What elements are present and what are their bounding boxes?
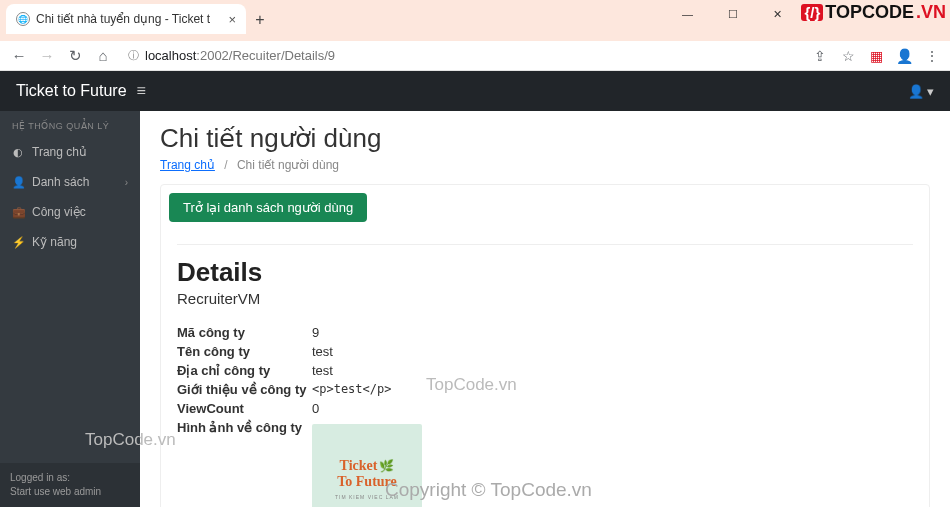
page-title: Chi tiết người dùng xyxy=(160,123,930,154)
detail-value: <p>test</p> xyxy=(312,382,391,397)
info-icon: ⓘ xyxy=(128,48,139,63)
caret-down-icon: ▾ xyxy=(927,84,934,99)
sidebar: HỆ THỐNG QUẢN LÝ ◐ Trang chủ 👤 Danh sách… xyxy=(0,111,140,507)
user-menu[interactable]: 👤 ▾ xyxy=(908,84,934,99)
user-icon: 👤 xyxy=(12,176,24,189)
chevron-right-icon: › xyxy=(125,177,128,188)
tab-close-icon[interactable]: × xyxy=(228,12,236,27)
home-icon[interactable]: ⌂ xyxy=(92,45,114,67)
detail-row: ViewCount 0 xyxy=(177,399,913,418)
sidebar-item-label: Kỹ năng xyxy=(32,235,77,249)
company-image: Ticket🌿 To Future TIM KIEM VIEC LAM xyxy=(312,424,422,507)
bolt-icon: ⚡ xyxy=(12,236,24,249)
hamburger-icon[interactable]: ≡ xyxy=(137,82,146,100)
sidebar-footer: Logged in as: Start use web admin xyxy=(0,463,140,507)
menu-icon[interactable]: ⋮ xyxy=(922,46,942,66)
new-tab-button[interactable]: + xyxy=(246,6,274,34)
sidebar-item-label: Trang chủ xyxy=(32,145,87,159)
main-content: Chi tiết người dùng Trang chủ / Chi tiết… xyxy=(140,111,950,507)
globe-icon: 🌐 xyxy=(16,12,30,26)
layout: HỆ THỐNG QUẢN LÝ ◐ Trang chủ 👤 Danh sách… xyxy=(0,111,950,507)
url-port: :2002 xyxy=(196,48,229,63)
details-title: Details xyxy=(177,257,913,288)
window-controls: — ☐ ✕ xyxy=(665,4,800,24)
divider xyxy=(177,244,913,245)
detail-row: Tên công ty test xyxy=(177,342,913,361)
app-header: Ticket to Future ≡ 👤 ▾ xyxy=(0,71,950,111)
detail-row: Giới thiệu về công ty <p>test</p> xyxy=(177,380,913,399)
leaf-icon: 🌿 xyxy=(379,459,394,473)
detail-label: Tên công ty xyxy=(177,344,312,359)
address-bar[interactable]: ⓘ localhost:2002/Recuiter/Details/9 xyxy=(120,44,804,68)
sidebar-item-home[interactable]: ◐ Trang chủ xyxy=(0,137,140,167)
tab-title: Chi tiết nhà tuyển dụng - Ticket t xyxy=(36,12,222,26)
maximize-icon[interactable]: ☐ xyxy=(710,0,755,28)
sidebar-section-title: HỆ THỐNG QUẢN LÝ xyxy=(0,111,140,137)
detail-row: Mã công ty 9 xyxy=(177,323,913,342)
detail-label: Địa chỉ công ty xyxy=(177,363,312,378)
brand-text: Ticket to Future xyxy=(16,82,127,100)
sidebar-item-list[interactable]: 👤 Danh sách › xyxy=(0,167,140,197)
detail-value-image: Ticket🌿 To Future TIM KIEM VIEC LAM xyxy=(312,420,422,507)
card-body: Details RecruiterVM Mã công ty 9 Tên côn… xyxy=(161,230,929,507)
reload-icon[interactable]: ↻ xyxy=(64,45,86,67)
url-path: /Recuiter/Details/9 xyxy=(229,48,335,63)
detail-value: 9 xyxy=(312,325,319,340)
topcode-logo: {/}TOPCODE.VN xyxy=(801,2,946,23)
briefcase-icon: 💼 xyxy=(12,206,24,219)
detail-label: Hình ảnh về công ty xyxy=(177,420,312,435)
address-bar-row: ← → ↻ ⌂ ⓘ localhost:2002/Recuiter/Detail… xyxy=(0,41,950,71)
sidebar-item-label: Công việc xyxy=(32,205,86,219)
url-host: localhost xyxy=(145,48,196,63)
breadcrumb-sep: / xyxy=(224,158,227,172)
company-image-tagline: TIM KIEM VIEC LAM xyxy=(335,494,399,500)
back-button-icon[interactable]: ← xyxy=(8,45,30,67)
detail-value: 0 xyxy=(312,401,319,416)
detail-label: ViewCount xyxy=(177,401,312,416)
company-image-line2: To Future xyxy=(337,474,397,490)
footer-line2: Start use web admin xyxy=(10,485,130,499)
detail-row: Địa chỉ công ty test xyxy=(177,361,913,380)
profile-icon[interactable]: 👤 xyxy=(894,46,914,66)
breadcrumb-current: Chi tiết người dùng xyxy=(237,158,339,172)
address-bar-icons: ⇪ ☆ ▦ 👤 ⋮ xyxy=(810,46,942,66)
footer-line1: Logged in as: xyxy=(10,471,130,485)
detail-value: test xyxy=(312,363,333,378)
detail-label: Mã công ty xyxy=(177,325,312,340)
browser-tab[interactable]: 🌐 Chi tiết nhà tuyển dụng - Ticket t × xyxy=(6,4,246,34)
details-subtitle: RecruiterVM xyxy=(177,290,913,307)
user-icon: 👤 xyxy=(908,84,924,99)
sidebar-item-label: Danh sách xyxy=(32,175,89,189)
detail-label: Giới thiệu về công ty xyxy=(177,382,312,397)
breadcrumb: Trang chủ / Chi tiết người dùng xyxy=(160,158,930,172)
forward-button-icon[interactable]: → xyxy=(36,45,58,67)
back-to-list-button[interactable]: Trở lại danh sách người dùng xyxy=(169,193,367,222)
sidebar-item-skills[interactable]: ⚡ Kỹ năng xyxy=(0,227,140,257)
minimize-icon[interactable]: — xyxy=(665,0,710,28)
company-image-line1: Ticket xyxy=(340,458,378,473)
breadcrumb-home-link[interactable]: Trang chủ xyxy=(160,158,215,172)
close-window-icon[interactable]: ✕ xyxy=(755,0,800,28)
brand[interactable]: Ticket to Future ≡ xyxy=(16,82,146,100)
extension-icon[interactable]: ▦ xyxy=(866,46,886,66)
share-icon[interactable]: ⇪ xyxy=(810,46,830,66)
detail-row: Hình ảnh về công ty Ticket🌿 To Future TI… xyxy=(177,418,913,507)
star-icon[interactable]: ☆ xyxy=(838,46,858,66)
dashboard-icon: ◐ xyxy=(12,146,24,159)
card: Trở lại danh sách người dùng Details Rec… xyxy=(160,184,930,507)
sidebar-item-jobs[interactable]: 💼 Công việc xyxy=(0,197,140,227)
detail-value: test xyxy=(312,344,333,359)
